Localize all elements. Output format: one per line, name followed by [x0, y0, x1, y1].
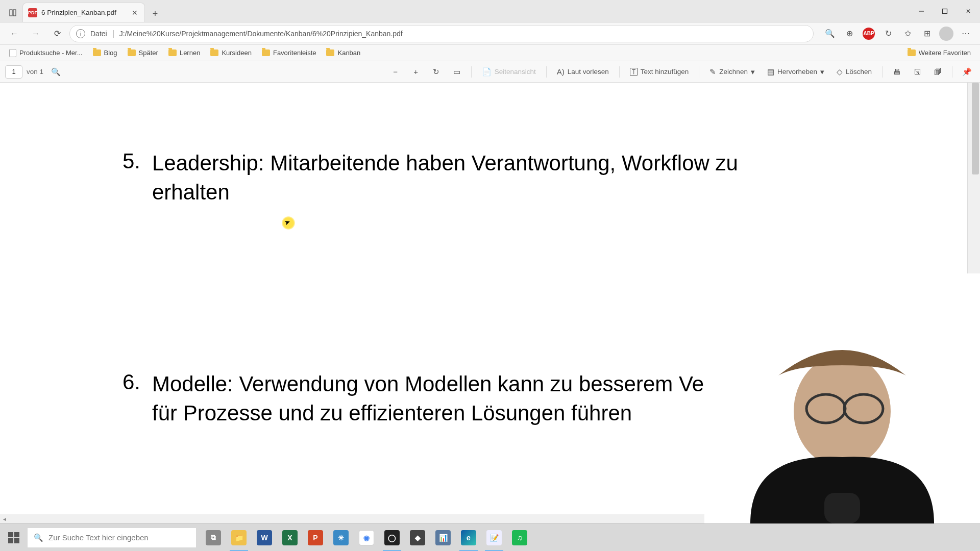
- bookmark-folder[interactable]: Blog: [89, 47, 121, 59]
- pdf-search-button[interactable]: 🔍: [47, 64, 64, 80]
- list-number: 5.: [122, 149, 152, 207]
- bookmark-folder[interactable]: Kursideen: [206, 47, 256, 59]
- bookmark-label: Später: [139, 49, 158, 57]
- toolbar-separator: [952, 66, 952, 78]
- toolbar-separator: [882, 66, 883, 78]
- windows-taskbar: 🔍 Zur Suche Text hier eingeben ⧉ 📁 W X P…: [0, 523, 980, 551]
- task-view-button[interactable]: ⧉: [201, 524, 226, 552]
- pdf-zoom-out-button[interactable]: −: [387, 64, 404, 80]
- chevron-down-icon: ▾: [820, 67, 824, 77]
- windows-logo-icon: [8, 532, 19, 543]
- pdf-draw-label: Zeichnen: [719, 68, 748, 76]
- pdf-draw-button[interactable]: ✎Zeichnen▾: [705, 64, 759, 80]
- bookmark-item[interactable]: Produktsuche - Mer...: [5, 47, 87, 59]
- taskbar-search[interactable]: 🔍 Zur Suche Text hier eingeben: [28, 528, 196, 547]
- svg-rect-0: [10, 10, 12, 16]
- taskbar-app-notepad[interactable]: 📝: [482, 524, 506, 552]
- zoom-indicator-icon[interactable]: 🔍: [821, 24, 839, 43]
- taskbar-app-spotify[interactable]: ♫: [507, 524, 532, 552]
- list-text: Leadership: Mitarbeitende haben Verantwo…: [152, 149, 805, 207]
- bookmark-folder[interactable]: Kanban: [322, 47, 364, 59]
- pdf-page-input[interactable]: [5, 65, 22, 79]
- sync-icon[interactable]: ↻: [879, 24, 897, 43]
- svg-rect-8: [824, 493, 860, 523]
- window-maximize-button[interactable]: [933, 2, 957, 20]
- bookmark-label: Weitere Favoriten: [919, 49, 971, 57]
- folder-icon: [168, 49, 177, 56]
- tab-actions-button[interactable]: [4, 4, 22, 22]
- address-bar[interactable]: i Datei | J:/Meine%20Kurse/Projektmanage…: [69, 25, 814, 42]
- bookmark-label: Favoritenleiste: [273, 49, 316, 57]
- bookmark-label: Produktsuche - Mer...: [19, 49, 83, 57]
- collections-icon[interactable]: ⊞: [918, 24, 936, 43]
- taskbar-app-chrome[interactable]: ◉: [354, 524, 379, 552]
- pdf-print-button[interactable]: 🖶: [889, 64, 905, 80]
- taskbar-app-edge[interactable]: e: [456, 524, 481, 552]
- taskbar-app-powerpoint[interactable]: P: [303, 524, 328, 552]
- pdf-read-aloud-label: Laut vorlesen: [568, 68, 609, 76]
- chevron-down-icon: ▾: [751, 67, 755, 77]
- svg-point-4: [794, 355, 891, 467]
- new-tab-button[interactable]: +: [147, 6, 163, 22]
- start-button[interactable]: [0, 524, 28, 552]
- pdf-rotate-button[interactable]: ↻: [428, 64, 445, 80]
- pdf-add-text-button[interactable]: 🅃Text hinzufügen: [626, 64, 693, 80]
- bookmarks-overflow[interactable]: Weitere Favoriten: [903, 47, 975, 59]
- taskbar-app-weather[interactable]: ☀: [329, 524, 353, 552]
- folder-icon: [326, 49, 334, 56]
- pdf-zoom-in-button[interactable]: +: [408, 64, 424, 80]
- translate-icon[interactable]: ⊕: [840, 24, 859, 43]
- pdf-pin-toolbar-button[interactable]: 📌: [959, 64, 975, 80]
- folder-icon: [93, 49, 101, 56]
- window-close-button[interactable]: ✕: [957, 2, 980, 20]
- nav-forward-button[interactable]: →: [27, 24, 45, 43]
- tab-close-button[interactable]: ✕: [130, 8, 139, 17]
- nav-reload-button[interactable]: ⟳: [48, 24, 66, 43]
- adblock-extension-icon[interactable]: ABP: [860, 24, 878, 43]
- toolbar-separator: [546, 66, 547, 78]
- browser-tab-active[interactable]: PDF 6 Prinzipien_Kanban.pdf ✕: [22, 3, 145, 22]
- taskbar-app-generic2[interactable]: 📊: [431, 524, 455, 552]
- pdf-add-text-label: Text hinzufügen: [641, 68, 689, 76]
- pdf-favicon: PDF: [28, 8, 37, 17]
- pdf-saveas-button[interactable]: 🗐: [929, 64, 946, 80]
- taskbar-app-excel[interactable]: X: [278, 524, 302, 552]
- folder-icon: [210, 49, 218, 56]
- window-minimize-button[interactable]: [910, 2, 933, 20]
- pdf-save-button[interactable]: 🖫: [909, 64, 925, 80]
- bookmark-folder[interactable]: Favoritenleiste: [258, 47, 321, 59]
- webcam-overlay: [704, 273, 980, 523]
- pdf-highlight-button[interactable]: ▤Hervorheben▾: [763, 64, 828, 80]
- pdf-toolbar: von 1 🔍 − + ↻ ▭ 📄Seitenansicht A)Laut vo…: [0, 61, 980, 83]
- bookmark-label: Kursideen: [222, 49, 252, 57]
- bookmark-label: Kanban: [337, 49, 360, 57]
- pdf-page-view-button[interactable]: 📄Seitenansicht: [478, 64, 540, 80]
- browser-menu-button[interactable]: ⋯: [957, 24, 975, 43]
- url-path: J:/Meine%20Kurse/Projektmanagement/Dokum…: [119, 30, 807, 38]
- folder-icon: [128, 49, 136, 56]
- scroll-left-arrow[interactable]: ◄: [0, 514, 9, 523]
- cursor-highlight: ➤: [282, 216, 295, 230]
- page-icon: [9, 49, 16, 57]
- pdf-highlight-label: Hervorheben: [777, 68, 817, 76]
- favorites-star-icon[interactable]: ✩: [898, 24, 917, 43]
- taskbar-app-generic1[interactable]: ◆: [405, 524, 430, 552]
- nav-back-button[interactable]: ←: [5, 24, 23, 43]
- pdf-read-aloud-button[interactable]: A)Laut vorlesen: [553, 64, 613, 80]
- bookmark-folder[interactable]: Lernen: [164, 47, 204, 59]
- bookmark-folder[interactable]: Später: [124, 47, 162, 59]
- list-number: 6.: [122, 370, 152, 428]
- pdf-page-count: von 1: [27, 68, 43, 76]
- taskbar-app-explorer[interactable]: 📁: [227, 524, 251, 552]
- taskbar-app-obs[interactable]: ◯: [380, 524, 404, 552]
- pdf-erase-button[interactable]: ◇Löschen: [832, 64, 876, 80]
- pdf-fit-button[interactable]: ▭: [449, 64, 465, 80]
- search-icon: 🔍: [34, 533, 43, 542]
- scrollbar-thumb[interactable]: [972, 83, 979, 174]
- profile-avatar[interactable]: [937, 24, 955, 43]
- svg-rect-1: [13, 10, 16, 16]
- site-info-icon[interactable]: i: [76, 29, 85, 38]
- address-bar-row: ← → ⟳ i Datei | J:/Meine%20Kurse/Projekt…: [0, 22, 980, 45]
- browser-titlebar: PDF 6 Prinzipien_Kanban.pdf ✕ + ✕: [0, 0, 980, 22]
- taskbar-app-word[interactable]: W: [252, 524, 277, 552]
